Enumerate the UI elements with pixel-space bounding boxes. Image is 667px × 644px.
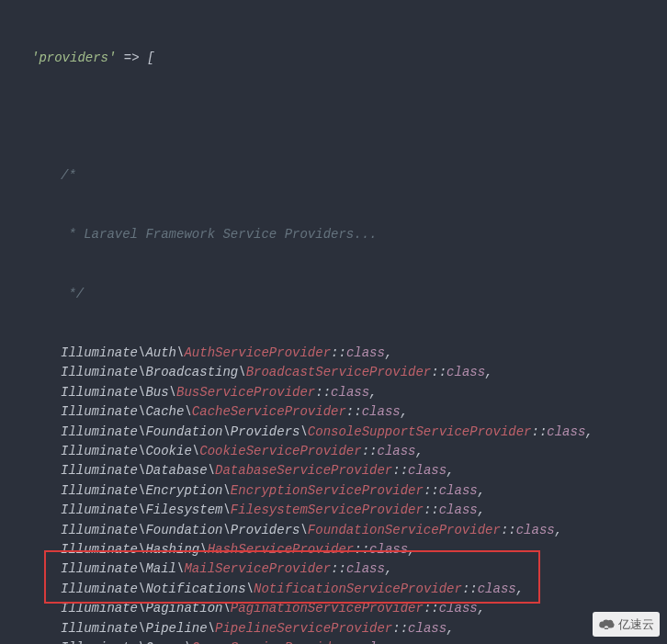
class-keyword: class: [447, 365, 485, 379]
comma: ,: [416, 444, 424, 458]
config-key: 'providers': [31, 51, 116, 65]
code-line-open: 'providers' => [: [31, 49, 667, 68]
class-name: BroadcastServiceProvider: [246, 365, 432, 379]
comma: ,: [401, 640, 408, 644]
namespace-text: Illuminate\Pagination\: [61, 601, 231, 616]
class-name: ConsoleSupportServiceProvider: [308, 424, 532, 439]
code-block: 'providers' => [ /* * Laravel Framework …: [0, 0, 667, 644]
comma: ,: [478, 503, 485, 517]
provider-line: Illuminate\Database\DatabaseServiceProvi…: [31, 461, 667, 480]
class-keyword: class: [346, 345, 385, 360]
provider-line: Illuminate\Notifications\NotificationSer…: [31, 580, 667, 599]
provider-line: Illuminate\Auth\AuthServiceProvider::cla…: [31, 344, 667, 363]
comma: ,: [447, 621, 454, 636]
class-keyword: class: [547, 424, 585, 439]
comma: ,: [478, 483, 485, 498]
namespace-text: Illuminate\Database\: [61, 463, 215, 478]
provider-line: Illuminate\Queue\QueueServiceProvider::c…: [31, 638, 667, 644]
double-colon: ::: [531, 424, 547, 439]
class-keyword: class: [331, 385, 369, 400]
class-name: MailServiceProvider: [184, 561, 331, 576]
class-keyword: class: [346, 561, 385, 576]
namespace-text: Illuminate\Hashing\: [61, 542, 208, 557]
provider-line: Illuminate\Bus\BusServiceProvider::class…: [31, 383, 667, 402]
watermark-badge: 亿速云: [593, 612, 660, 637]
comma: ,: [478, 601, 485, 616]
namespace-text: Illuminate\Mail\: [61, 561, 184, 576]
provider-line: Illuminate\Hashing\HashServiceProvider::…: [31, 540, 667, 559]
comma: ,: [585, 424, 593, 439]
namespace-text: Illuminate\Queue\: [61, 640, 192, 644]
provider-line: Illuminate\Pipeline\PipelineServiceProvi…: [31, 619, 667, 638]
watermark-text: 亿速云: [618, 615, 654, 634]
class-keyword: class: [408, 621, 447, 636]
double-colon: ::: [392, 463, 408, 478]
comment-line: */: [31, 285, 667, 304]
double-colon: ::: [346, 640, 362, 644]
namespace-text: Illuminate\Bus\: [61, 385, 176, 400]
class-keyword: class: [439, 601, 478, 616]
namespace-text: Illuminate\Notifications\: [61, 582, 254, 596]
class-name: PaginationServiceProvider: [231, 601, 424, 616]
double-colon: ::: [331, 561, 346, 576]
namespace-text: Illuminate\Filesystem\: [61, 503, 231, 517]
double-colon: ::: [424, 503, 439, 517]
provider-line: Illuminate\Mail\MailServiceProvider::cla…: [31, 559, 667, 579]
class-name: QueueServiceProvider: [192, 640, 346, 644]
double-colon: ::: [331, 345, 346, 360]
comment-line: /*: [31, 166, 667, 186]
double-colon: ::: [362, 444, 378, 458]
provider-line: Illuminate\Foundation\Providers\Foundati…: [31, 521, 667, 540]
class-name: BusServiceProvider: [176, 385, 315, 400]
class-keyword: class: [408, 463, 447, 478]
double-colon: ::: [462, 582, 478, 596]
class-name: PipelineServiceProvider: [215, 621, 392, 636]
comma: ,: [385, 345, 392, 360]
class-keyword: class: [369, 542, 408, 557]
namespace-text: Illuminate\Pipeline\: [61, 621, 215, 636]
class-name: DatabaseServiceProvider: [215, 463, 392, 478]
provider-line: Illuminate\Broadcasting\BroadcastService…: [31, 363, 667, 382]
double-colon: ::: [346, 404, 362, 419]
class-keyword: class: [439, 483, 478, 498]
double-colon: ::: [392, 621, 408, 636]
namespace-text: Illuminate\Cookie\: [61, 444, 199, 458]
providers-list: Illuminate\Auth\AuthServiceProvider::cla…: [31, 344, 667, 644]
class-keyword: class: [516, 523, 555, 537]
class-name: CookieServiceProvider: [199, 444, 361, 458]
provider-line: Illuminate\Pagination\PaginationServiceP…: [31, 599, 667, 618]
comma: ,: [516, 582, 524, 596]
class-keyword: class: [377, 444, 415, 458]
class-name: EncryptionServiceProvider: [231, 483, 424, 498]
class-name: FoundationServiceProvider: [308, 523, 501, 537]
double-colon: ::: [424, 483, 439, 498]
arrow-bracket: => [: [116, 51, 154, 65]
class-keyword: class: [478, 582, 516, 596]
class-name: CacheServiceProvider: [192, 404, 346, 419]
comma: ,: [369, 385, 377, 400]
namespace-text: Illuminate\Auth\: [61, 345, 184, 360]
comma: ,: [401, 404, 408, 419]
double-colon: ::: [315, 385, 331, 400]
provider-line: Illuminate\Cache\CacheServiceProvider::c…: [31, 402, 667, 422]
namespace-text: Illuminate\Foundation\Providers\: [61, 424, 308, 439]
comma: ,: [447, 463, 454, 478]
provider-line: Illuminate\Foundation\Providers\ConsoleS…: [31, 423, 667, 442]
class-name: NotificationServiceProvider: [254, 582, 462, 596]
blank-line: [31, 107, 667, 127]
class-name: FilesystemServiceProvider: [231, 503, 424, 517]
provider-line: Illuminate\Filesystem\FilesystemServiceP…: [31, 501, 667, 520]
namespace-text: Illuminate\Broadcasting\: [61, 365, 246, 379]
double-colon: ::: [424, 601, 439, 616]
class-name: AuthServiceProvider: [184, 345, 331, 360]
class-keyword: class: [439, 503, 478, 517]
cloud-icon: [598, 618, 615, 629]
comma: ,: [485, 365, 492, 379]
namespace-text: Illuminate\Encryption\: [61, 483, 231, 498]
class-name: HashServiceProvider: [208, 542, 355, 557]
comma: ,: [408, 542, 415, 557]
provider-line: Illuminate\Cookie\CookieServiceProvider:…: [31, 442, 667, 461]
comma: ,: [555, 523, 562, 537]
double-colon: ::: [501, 523, 516, 537]
namespace-text: Illuminate\Cache\: [61, 404, 192, 419]
